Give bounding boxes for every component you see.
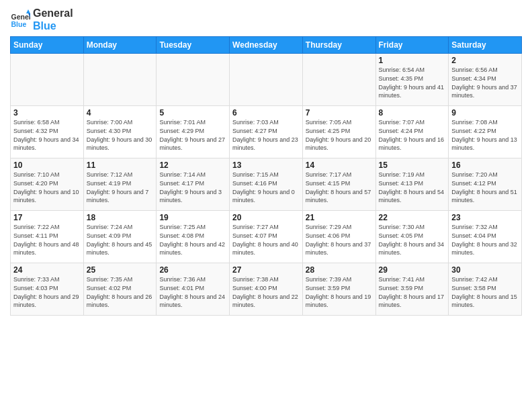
weekday-header: Sunday xyxy=(11,37,84,54)
day-info: Sunrise: 7:33 AM Sunset: 4:03 PM Dayligh… xyxy=(13,275,81,309)
day-info: Sunrise: 7:08 AM Sunset: 4:22 PM Dayligh… xyxy=(451,118,519,152)
day-number: 13 xyxy=(232,161,300,170)
day-info: Sunrise: 7:12 AM Sunset: 4:19 PM Dayligh… xyxy=(87,171,154,204)
calendar-cell: 8Sunrise: 7:07 AM Sunset: 4:24 PM Daylig… xyxy=(375,106,449,158)
calendar-header: SundayMondayTuesdayWednesdayThursdayFrid… xyxy=(11,37,522,54)
day-number: 2 xyxy=(451,56,519,65)
day-number: 17 xyxy=(13,213,81,222)
calendar-cell: 14Sunrise: 7:17 AM Sunset: 4:15 PM Dayli… xyxy=(302,158,375,211)
calendar-cell: 29Sunrise: 7:41 AM Sunset: 3:59 PM Dayli… xyxy=(375,263,449,316)
calendar-cell: 13Sunrise: 7:15 AM Sunset: 4:16 PM Dayli… xyxy=(230,158,303,211)
day-info: Sunrise: 7:03 AM Sunset: 4:27 PM Dayligh… xyxy=(232,118,300,152)
day-number: 11 xyxy=(87,161,154,170)
calendar-body: 1Sunrise: 6:54 AM Sunset: 4:35 PM Daylig… xyxy=(11,54,522,316)
calendar-cell: 4Sunrise: 7:00 AM Sunset: 4:30 PM Daylig… xyxy=(83,106,157,158)
day-number: 28 xyxy=(306,265,373,275)
day-info: Sunrise: 7:07 AM Sunset: 4:24 PM Dayligh… xyxy=(379,118,446,152)
day-number: 24 xyxy=(13,265,81,275)
day-info: Sunrise: 7:01 AM Sunset: 4:29 PM Dayligh… xyxy=(159,118,226,152)
calendar-cell: 21Sunrise: 7:29 AM Sunset: 4:06 PM Dayli… xyxy=(302,211,375,263)
calendar-cell: 7Sunrise: 7:05 AM Sunset: 4:25 PM Daylig… xyxy=(302,106,375,158)
logo-general: General xyxy=(33,7,73,19)
day-info: Sunrise: 6:56 AM Sunset: 4:34 PM Dayligh… xyxy=(451,66,519,99)
day-number: 21 xyxy=(306,213,373,222)
day-info: Sunrise: 7:19 AM Sunset: 4:13 PM Dayligh… xyxy=(379,171,446,204)
day-number: 3 xyxy=(13,108,81,118)
calendar-cell: 24Sunrise: 7:33 AM Sunset: 4:03 PM Dayli… xyxy=(11,263,84,316)
day-number: 4 xyxy=(87,108,154,118)
calendar-cell: 9Sunrise: 7:08 AM Sunset: 4:22 PM Daylig… xyxy=(449,106,522,158)
calendar-cell: 26Sunrise: 7:36 AM Sunset: 4:01 PM Dayli… xyxy=(157,263,230,316)
calendar-cell: 20Sunrise: 7:27 AM Sunset: 4:07 PM Dayli… xyxy=(230,211,303,263)
calendar-cell: 12Sunrise: 7:14 AM Sunset: 4:17 PM Dayli… xyxy=(157,158,230,211)
day-number: 23 xyxy=(451,213,519,222)
day-number: 22 xyxy=(379,213,446,222)
day-info: Sunrise: 7:25 AM Sunset: 4:08 PM Dayligh… xyxy=(159,223,226,257)
day-number: 19 xyxy=(159,213,226,222)
calendar-cell: 25Sunrise: 7:35 AM Sunset: 4:02 PM Dayli… xyxy=(83,263,157,316)
calendar-week-row: 24Sunrise: 7:33 AM Sunset: 4:03 PM Dayli… xyxy=(11,263,522,316)
day-info: Sunrise: 7:27 AM Sunset: 4:07 PM Dayligh… xyxy=(232,223,300,257)
calendar-cell xyxy=(11,54,84,106)
calendar-week-row: 1Sunrise: 6:54 AM Sunset: 4:35 PM Daylig… xyxy=(11,54,522,106)
calendar-cell xyxy=(83,54,157,106)
day-number: 5 xyxy=(159,108,226,118)
calendar-table: SundayMondayTuesdayWednesdayThursdayFrid… xyxy=(10,36,522,316)
calendar-cell: 15Sunrise: 7:19 AM Sunset: 4:13 PM Dayli… xyxy=(375,158,449,211)
day-number: 8 xyxy=(379,108,446,118)
day-number: 20 xyxy=(232,213,300,222)
day-number: 26 xyxy=(159,265,226,275)
calendar-cell: 3Sunrise: 6:58 AM Sunset: 4:32 PM Daylig… xyxy=(11,106,84,158)
day-info: Sunrise: 7:24 AM Sunset: 4:09 PM Dayligh… xyxy=(87,223,154,257)
day-info: Sunrise: 7:20 AM Sunset: 4:12 PM Dayligh… xyxy=(451,171,519,204)
day-info: Sunrise: 7:05 AM Sunset: 4:25 PM Dayligh… xyxy=(306,118,373,152)
day-number: 7 xyxy=(306,108,373,118)
calendar-cell: 18Sunrise: 7:24 AM Sunset: 4:09 PM Dayli… xyxy=(83,211,157,263)
calendar-cell: 10Sunrise: 7:10 AM Sunset: 4:20 PM Dayli… xyxy=(11,158,84,211)
calendar-week-row: 10Sunrise: 7:10 AM Sunset: 4:20 PM Dayli… xyxy=(11,158,522,211)
day-info: Sunrise: 7:41 AM Sunset: 3:59 PM Dayligh… xyxy=(379,275,446,309)
day-info: Sunrise: 7:14 AM Sunset: 4:17 PM Dayligh… xyxy=(159,171,226,204)
day-info: Sunrise: 7:42 AM Sunset: 3:58 PM Dayligh… xyxy=(451,275,519,309)
day-number: 10 xyxy=(13,161,81,170)
weekday-header: Monday xyxy=(83,37,157,54)
calendar-cell: 19Sunrise: 7:25 AM Sunset: 4:08 PM Dayli… xyxy=(157,211,230,263)
logo: General Blue General Blue xyxy=(10,7,73,32)
day-info: Sunrise: 6:58 AM Sunset: 4:32 PM Dayligh… xyxy=(13,118,81,152)
day-number: 29 xyxy=(379,265,446,275)
calendar-cell: 17Sunrise: 7:22 AM Sunset: 4:11 PM Dayli… xyxy=(11,211,84,263)
calendar-cell: 5Sunrise: 7:01 AM Sunset: 4:29 PM Daylig… xyxy=(157,106,230,158)
day-number: 27 xyxy=(232,265,300,275)
day-number: 12 xyxy=(159,161,226,170)
svg-text:Blue: Blue xyxy=(11,20,27,28)
day-info: Sunrise: 7:15 AM Sunset: 4:16 PM Dayligh… xyxy=(232,171,300,204)
day-info: Sunrise: 7:30 AM Sunset: 4:05 PM Dayligh… xyxy=(379,223,446,257)
calendar-week-row: 17Sunrise: 7:22 AM Sunset: 4:11 PM Dayli… xyxy=(11,211,522,263)
day-number: 1 xyxy=(379,56,446,65)
calendar-cell xyxy=(230,54,303,106)
calendar-cell xyxy=(302,54,375,106)
day-info: Sunrise: 7:29 AM Sunset: 4:06 PM Dayligh… xyxy=(306,223,373,257)
weekday-header: Thursday xyxy=(302,37,375,54)
day-number: 15 xyxy=(379,161,446,170)
calendar-cell xyxy=(157,54,230,106)
calendar-cell: 2Sunrise: 6:56 AM Sunset: 4:34 PM Daylig… xyxy=(449,54,522,106)
day-info: Sunrise: 7:36 AM Sunset: 4:01 PM Dayligh… xyxy=(159,275,226,309)
calendar-cell: 22Sunrise: 7:30 AM Sunset: 4:05 PM Dayli… xyxy=(375,211,449,263)
weekday-header: Wednesday xyxy=(230,37,303,54)
header: General Blue General Blue xyxy=(10,7,522,32)
logo-icon: General Blue xyxy=(10,9,30,30)
calendar-week-row: 3Sunrise: 6:58 AM Sunset: 4:32 PM Daylig… xyxy=(11,106,522,158)
calendar-cell: 11Sunrise: 7:12 AM Sunset: 4:19 PM Dayli… xyxy=(83,158,157,211)
weekday-header: Friday xyxy=(375,37,449,54)
calendar-cell: 23Sunrise: 7:32 AM Sunset: 4:04 PM Dayli… xyxy=(449,211,522,263)
day-number: 6 xyxy=(232,108,300,118)
calendar-cell: 1Sunrise: 6:54 AM Sunset: 4:35 PM Daylig… xyxy=(375,54,449,106)
calendar-cell: 16Sunrise: 7:20 AM Sunset: 4:12 PM Dayli… xyxy=(449,158,522,211)
header-row: SundayMondayTuesdayWednesdayThursdayFrid… xyxy=(11,37,522,54)
page-container: General Blue General Blue SundayMondayTu… xyxy=(0,0,532,322)
weekday-header: Saturday xyxy=(449,37,522,54)
day-number: 16 xyxy=(451,161,519,170)
day-info: Sunrise: 7:00 AM Sunset: 4:30 PM Dayligh… xyxy=(87,118,154,152)
svg-marker-2 xyxy=(26,9,30,13)
